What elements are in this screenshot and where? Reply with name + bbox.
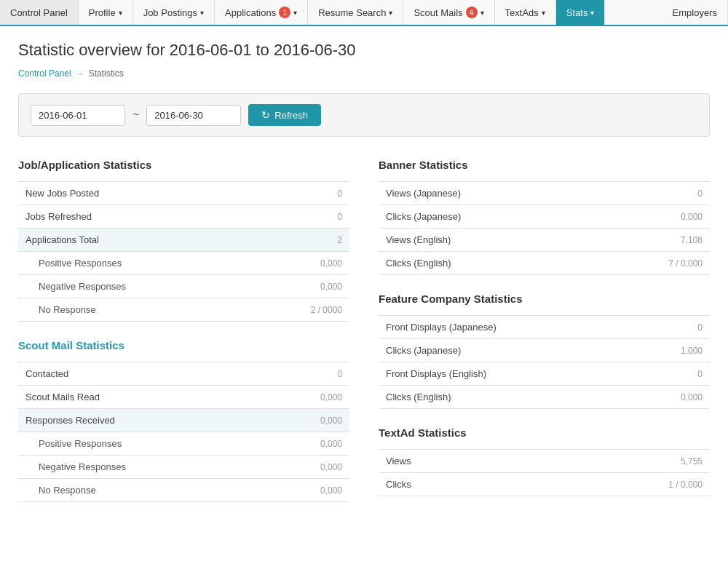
stat-label: No Response — [18, 298, 255, 322]
left-column: Job/Application Statistics New Jobs Post… — [18, 159, 349, 520]
stat-value: 0,000 — [270, 432, 349, 456]
textads-dropdown-arrow: ▾ — [542, 9, 545, 17]
stats-grid: Job/Application Statistics New Jobs Post… — [18, 159, 710, 520]
stat-label: Clicks (English) — [379, 252, 593, 275]
stat-value: 1,000 — [635, 339, 710, 362]
stat-label: Jobs Refreshed — [18, 205, 255, 229]
stat-value: 0 — [255, 182, 349, 205]
nav-profile[interactable]: Profile ▾ — [79, 0, 133, 25]
stat-label: Views (Japanese) — [379, 182, 593, 205]
stat-label: No Response — [18, 479, 270, 502]
breadcrumb-separator: → — [76, 68, 84, 79]
stats-dropdown-arrow: ▾ — [590, 9, 594, 17]
stat-value: 0 — [255, 205, 349, 229]
date-from-input[interactable] — [31, 105, 125, 126]
nav-applications[interactable]: Applications 1 ▾ — [215, 0, 308, 25]
nav-scout-mails[interactable]: Scout Mails 4 ▾ — [403, 0, 494, 25]
job-app-stats-title: Job/Application Statistics — [18, 159, 349, 174]
stat-value: 7,108 — [593, 229, 710, 252]
stat-value: 0 — [635, 362, 710, 386]
job-app-stats-table: New Jobs Posted0Jobs Refreshed0Applicati… — [18, 181, 349, 322]
stat-value: 0,000 — [593, 205, 710, 229]
job-postings-dropdown-arrow: ▾ — [200, 9, 204, 17]
nav-control-panel[interactable]: Control Panel — [0, 0, 79, 25]
profile-dropdown-arrow: ▾ — [119, 9, 122, 17]
refresh-icon: ↻ — [261, 109, 270, 121]
date-to-input[interactable] — [146, 105, 241, 126]
stat-value: 0,000 — [255, 275, 349, 298]
nav-textads[interactable]: TextAds ▾ — [495, 0, 556, 25]
nav-job-postings[interactable]: Job Postings ▾ — [133, 0, 215, 25]
feature-company-stats-table: Front Displays (Japanese)0Clicks (Japane… — [379, 315, 710, 409]
filter-bar: ~ ↻ Refresh — [18, 93, 710, 137]
stat-value: 2 — [255, 229, 349, 252]
applications-badge: 1 — [279, 7, 290, 18]
resume-search-dropdown-arrow: ▾ — [389, 9, 392, 17]
stat-label: Views (English) — [379, 229, 593, 252]
stat-label: Clicks (Japanese) — [379, 205, 593, 229]
feature-company-stats-title: Feature Company Statistics — [379, 293, 710, 308]
banner-stats-title: Banner Statistics — [379, 159, 710, 174]
stat-value: 0,000 — [270, 479, 349, 502]
scout-mail-stats-title[interactable]: Scout Mail Statistics — [18, 339, 349, 354]
nav-stats[interactable]: Stats ▾ — [556, 0, 606, 25]
stat-label: Clicks (English) — [379, 386, 635, 409]
stat-label: Positive Responses — [18, 432, 270, 456]
nav-spacer — [605, 0, 662, 25]
stat-value: 5,755 — [528, 450, 710, 473]
stat-label: Scout Mails Read — [18, 386, 270, 409]
stat-value: 1 / 0,000 — [528, 473, 710, 496]
stat-value: 0 — [635, 316, 710, 339]
stat-value: 0 — [593, 182, 710, 205]
page-title: Statistic overview for 2016-06-01 to 201… — [18, 41, 710, 60]
stat-label: Negative Responses — [18, 275, 255, 298]
stat-value: 0,000 — [635, 386, 710, 409]
banner-stats-table: Views (Japanese)0Clicks (Japanese)0,000V… — [379, 181, 710, 275]
nav-employers[interactable]: Employers — [662, 0, 728, 25]
stat-value: 0,000 — [270, 386, 349, 409]
stat-value: 0,000 — [255, 252, 349, 275]
stat-label: Responses Received — [18, 409, 270, 432]
stat-value: 2 / 0000 — [255, 298, 349, 322]
scout-mails-badge: 4 — [466, 7, 478, 18]
refresh-button[interactable]: ↻ Refresh — [248, 104, 321, 126]
stat-label: Clicks — [379, 473, 528, 496]
stat-label: New Jobs Posted — [18, 182, 255, 205]
breadcrumb-statistics: Statistics — [89, 68, 124, 79]
stat-label: Front Displays (English) — [379, 362, 635, 386]
stat-label: Clicks (Japanese) — [379, 339, 635, 362]
page-content: Statistic overview for 2016-06-01 to 201… — [0, 26, 728, 534]
breadcrumb: Control Panel → Statistics — [18, 68, 710, 79]
breadcrumb-control-panel[interactable]: Control Panel — [18, 68, 71, 79]
stat-label: Positive Responses — [18, 252, 255, 275]
scout-mail-stats-table: Contacted0Scout Mails Read0,000Responses… — [18, 362, 349, 502]
stat-label: Front Displays (Japanese) — [379, 316, 635, 339]
stat-label: Negative Responses — [18, 456, 270, 479]
stat-value: 7 / 0,000 — [593, 252, 710, 275]
date-range-separator: ~ — [132, 108, 139, 122]
stat-label: Contacted — [18, 362, 270, 386]
stat-label: Applications Total — [18, 229, 255, 252]
scout-mails-dropdown-arrow: ▾ — [480, 9, 484, 17]
stat-value: 0,000 — [270, 456, 349, 479]
nav-bar: Control Panel Profile ▾ Job Postings ▾ A… — [0, 0, 728, 26]
stat-value: 0,000 — [270, 409, 349, 432]
stat-label: Views — [379, 450, 528, 473]
stat-value: 0 — [270, 362, 349, 386]
textad-stats-title: TextAd Statistics — [379, 426, 710, 442]
textad-stats-table: Views5,755Clicks1 / 0,000 — [379, 449, 710, 496]
applications-dropdown-arrow: ▾ — [293, 9, 297, 17]
nav-resume-search[interactable]: Resume Search ▾ — [308, 0, 403, 25]
right-column: Banner Statistics Views (Japanese)0Click… — [379, 159, 710, 520]
